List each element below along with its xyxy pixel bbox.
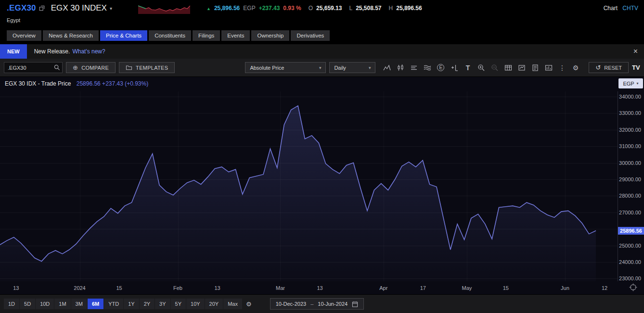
v-gridline	[80, 91, 80, 281]
reset-button[interactable]: ↺ RESET	[589, 62, 629, 73]
whats-new-link[interactable]: What's new?	[72, 48, 105, 55]
settings-gear-icon[interactable]: ⚙	[569, 62, 581, 73]
range-10d[interactable]: 10D	[36, 299, 54, 309]
tradingview-logo[interactable]: TV	[632, 64, 640, 71]
folder-icon	[126, 64, 132, 71]
pct-change: 0.93 %	[283, 5, 301, 12]
date-end: 10-Jun-2024	[318, 301, 348, 307]
price-chart[interactable]	[0, 91, 618, 281]
range-ytd[interactable]: YTD	[104, 299, 123, 309]
app-header: .EGX30 EGX 30 INDEX ▾ ▲ 25,896.56 EGP +2…	[0, 0, 644, 16]
chevron-down-icon[interactable]: ▾	[110, 6, 112, 11]
y-axis-label: 32000.00	[619, 127, 641, 133]
range-10y[interactable]: 10Y	[186, 299, 205, 309]
x-axis-label: 2024	[74, 285, 85, 291]
symbol-code[interactable]: .EGX30	[7, 3, 36, 13]
tab-filings[interactable]: Filings	[193, 30, 220, 41]
popout-icon[interactable]	[39, 5, 45, 11]
x-axis-label: Apr	[379, 285, 387, 291]
snapshot-icon[interactable]	[515, 62, 528, 73]
events-icon[interactable]: E	[435, 62, 447, 73]
app-code-link[interactable]: CHTV	[622, 5, 638, 12]
tab-ownership[interactable]: Ownership	[251, 30, 289, 41]
more-options-icon[interactable]: ⋮	[556, 62, 568, 73]
close-icon[interactable]: ×	[633, 48, 638, 55]
tab-events[interactable]: Events	[221, 30, 250, 41]
chart-legend: EGX 30 IDX - Trade Price 25896.56 +237.4…	[5, 80, 148, 87]
interval-dropdown[interactable]: Daily ▾	[329, 62, 375, 73]
crosshair-target-icon[interactable]	[628, 282, 638, 292]
price-mode-dropdown[interactable]: Absolute Price ▾	[245, 62, 326, 73]
scale-adjust-icon[interactable]	[448, 62, 460, 73]
range-5d[interactable]: 5D	[20, 299, 35, 309]
range-5y[interactable]: 5Y	[171, 299, 186, 309]
wave-style-icon[interactable]	[421, 62, 433, 73]
release-banner: NEW New Release. What's new? ×	[0, 44, 644, 59]
app-code: Chart CHTV	[604, 5, 638, 12]
templates-button[interactable]: TEMPLATES	[119, 62, 175, 73]
legend-title: EGX 30 IDX - Trade Price	[5, 80, 71, 87]
zoom-in-icon[interactable]	[475, 62, 487, 73]
table-view-icon[interactable]	[502, 62, 514, 73]
x-axis-label: 13	[13, 285, 19, 291]
range-6m[interactable]: 6M	[88, 299, 103, 309]
y-axis-label: 33000.00	[619, 110, 641, 116]
range-3m[interactable]: 3M	[71, 299, 87, 309]
price-area-fill	[0, 106, 596, 281]
header-sparkline	[138, 2, 190, 14]
x-axis-label: 15	[116, 285, 122, 291]
h-gridline	[0, 146, 618, 147]
x-axis-label: Jun	[561, 285, 569, 291]
y-axis-label: 29000.00	[619, 176, 641, 182]
axis-currency-dropdown[interactable]: EGP ▾	[618, 78, 643, 88]
y-axis-label: 28000.00	[619, 193, 641, 199]
chevron-down-icon: ▾	[319, 65, 322, 70]
time-axis[interactable]: 13202415Feb13Mar13Apr17May15Jun12	[0, 281, 618, 294]
y-axis-label: 27000.00	[619, 210, 641, 215]
range-1d[interactable]: 1D	[4, 299, 19, 309]
range-20y[interactable]: 20Y	[205, 299, 223, 309]
h-gridline	[0, 196, 618, 196]
depth-lines-icon[interactable]	[408, 62, 420, 73]
x-axis-label: May	[462, 285, 472, 291]
date-range-picker[interactable]: 10-Dec-2023 – 10-Jun-2024	[270, 298, 364, 310]
text-annotation-icon[interactable]: T	[462, 62, 474, 73]
candlestick-icon[interactable]	[394, 62, 406, 73]
compare-button[interactable]: ⊕ COMPARE	[66, 62, 116, 73]
range-bar: 1D5D10D1M3M6MYTD1Y2Y3Y5Y10Y20YMax ⚙ 10-D…	[0, 294, 644, 313]
range-2y[interactable]: 2Y	[140, 299, 155, 309]
range-1m[interactable]: 1M	[54, 299, 70, 309]
instrument-name[interactable]: EGX 30 INDEX	[51, 3, 107, 13]
open-value: 25,659.13	[316, 5, 342, 12]
x-axis-label: Mar	[276, 285, 285, 291]
range-buttons: 1D5D10D1M3M6MYTD1Y2Y3Y5Y10Y20YMax	[4, 299, 242, 309]
y-axis-label: 23000.00	[619, 275, 641, 281]
low-label: L	[349, 5, 352, 12]
range-3y[interactable]: 3Y	[155, 299, 170, 309]
h-gridline	[0, 130, 618, 130]
tab-derivatives[interactable]: Derivatives	[291, 30, 330, 41]
h-gridline	[0, 278, 618, 279]
price-axis[interactable]: 23000.0024000.0025000.0027000.0028000.00…	[618, 91, 644, 281]
range-settings-gear-icon[interactable]: ⚙	[246, 300, 252, 308]
zoom-out-icon[interactable]	[489, 62, 501, 73]
v-gridline	[565, 91, 566, 281]
tab-constituents[interactable]: Constituents	[149, 30, 191, 41]
tab-price-charts[interactable]: Price & Charts	[100, 30, 147, 41]
quote-strip: ▲ 25,896.56 EGP +237.43 0.93 % O 25,659.…	[206, 5, 422, 12]
range-1y[interactable]: 1Y	[124, 299, 139, 309]
tab-overview[interactable]: Overview	[7, 30, 41, 41]
v-gridline	[467, 91, 467, 281]
news-panel-icon[interactable]	[529, 62, 541, 73]
calendar-icon	[352, 301, 358, 307]
net-change: +237.43	[259, 5, 280, 12]
range-max[interactable]: Max	[223, 299, 242, 309]
chevron-down-icon: ▾	[637, 81, 639, 86]
tab-news-research[interactable]: News & Research	[43, 30, 99, 41]
search-icon	[54, 64, 60, 71]
y-axis-label: 31000.00	[619, 143, 641, 149]
area-chart-icon[interactable]	[381, 62, 393, 73]
analytics-panel-icon[interactable]	[542, 62, 554, 73]
chart-toolbar: ⊕ COMPARE TEMPLATES Absolute Price ▾ Dai…	[0, 59, 644, 77]
chart-panel: EGX 30 IDX - Trade Price 25896.56 +237.4…	[0, 77, 644, 294]
